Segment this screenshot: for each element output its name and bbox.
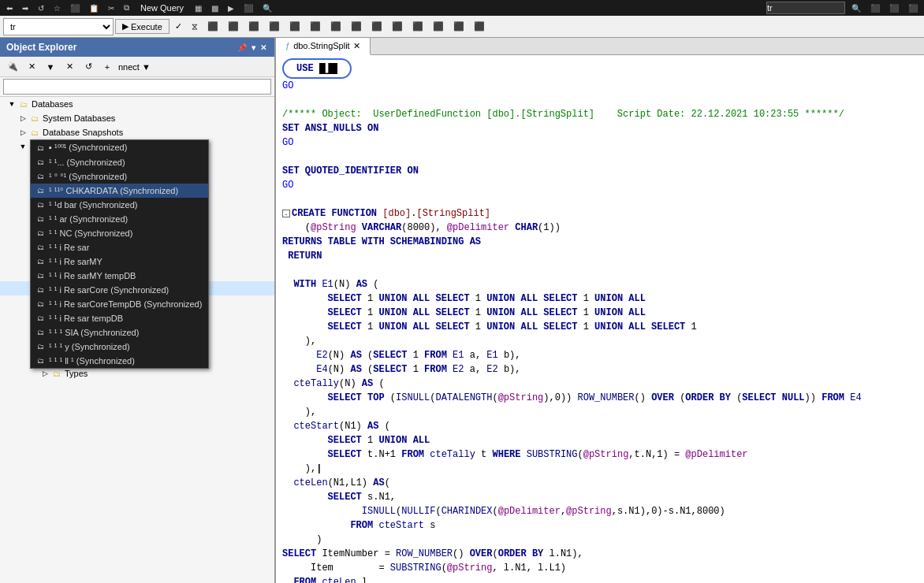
toolbar-btn-5[interactable]: ⬛ [326,18,345,35]
results-btn[interactable]: ⬛ [203,18,222,35]
toolbar-btn-6[interactable]: ⬛ [347,18,366,35]
collapse-btn[interactable]: - [282,210,290,217]
code-content[interactable]: USE ▌ GO /***** Object: UserDefinedFunct… [276,55,924,583]
popup-item-4[interactable]: 🗂 ¹ ¹d bar (Synchronized) [31,198,208,212]
system-databases-icon: 🗂 [28,112,41,124]
toolbar-btn-1[interactable]: ⬛ [244,18,263,35]
toolbar-btn-7[interactable]: ⬛ [367,18,386,35]
types-expander[interactable]: ▷ [39,368,50,379]
toolbar-icon-10[interactable]: ▩ [208,3,222,13]
toolbar-icon-3[interactable]: ↺ [35,3,47,13]
popup-db-icon-15: 🗂 [37,357,44,365]
popup-db-icon-14: 🗂 [37,343,44,351]
db-snapshots-node[interactable]: ▷ 🗂 Database Snapshots [0,125,274,139]
toolbar-btn-12[interactable]: ⬛ [470,18,489,35]
code-editor[interactable]: USE ▌ GO /***** Object: UserDefinedFunct… [276,55,924,583]
toolbar-icon-16[interactable]: ⬛ [905,3,921,13]
search-input[interactable] [766,2,845,14]
filter-button[interactable]: ▼ [43,59,58,75]
toolbar-btn-2[interactable]: ⬛ [265,18,284,35]
tree-search-input[interactable] [3,79,271,95]
toolbar-btn-9[interactable]: ⬛ [408,18,427,35]
popup-db-icon-8: 🗂 [37,258,44,266]
toolbar-icon-6[interactable]: 📋 [86,3,102,13]
system-databases-node[interactable]: ▷ 🗂 System Databases [0,111,274,125]
popup-item-12[interactable]: 🗂 ¹ ¹ i Re sar tempDB [31,311,208,325]
toolbar-btn-8[interactable]: ⬛ [388,18,407,35]
toolbar-icon-8[interactable]: ⧉ [121,2,132,13]
execute-button[interactable]: ▶ Execute [115,19,170,34]
toolbar-icon-12[interactable]: ⬛ [240,3,256,13]
popup-db-icon-6: 🗂 [37,229,44,237]
databases-node[interactable]: ▼ 🗂 Databases [0,97,274,111]
popup-item-11[interactable]: 🗂 ¹ ¹ i Re sarCoreTempDB (Synchronized) [31,297,208,311]
popup-item-8[interactable]: 🗂 ¹ ¹ i Re sarMY [31,254,208,269]
popup-item-label-2: ¹ ° °¹ (Synchronized) [49,172,127,181]
databases-label: Databases [32,99,73,109]
check-btn[interactable]: ✓ [171,18,186,35]
toolbar-icon-15[interactable]: ⬛ [886,3,902,13]
dropdown-button[interactable]: ▾ [250,43,257,52]
db-snapshots-expander[interactable]: ▷ [17,127,28,138]
tab-icon: ƒ [285,41,290,50]
tab-close-btn[interactable]: ✕ [353,41,360,51]
popup-item-label-9: ¹ ¹ i Re sarMY tempDB [49,271,136,280]
popup-item-label-8: ¹ ¹ i Re sarMY [49,257,102,266]
popup-item-label-13: ¹ ¹ ¹ SIA (Synchronized) [49,328,139,337]
new-query-button[interactable]: New Query [136,2,188,13]
tr-expander[interactable]: ▼ [17,141,28,152]
database-selector[interactable]: tr [3,18,114,35]
toolbar-icon-1[interactable]: ⬅ [3,3,16,13]
close-panel-button[interactable]: ✕ [259,43,268,52]
search-go-btn[interactable]: 🔍 [848,3,864,13]
popup-db-icon-12: 🗂 [37,314,44,322]
add-button[interactable]: + [99,59,115,75]
popup-item-13[interactable]: 🗂 ¹ ¹ ¹ SIA (Synchronized) [31,325,208,340]
toolbar-btn-11[interactable]: ⬛ [449,18,468,35]
toolbar-icon-13[interactable]: 🔍 [259,3,275,13]
disconnect-button[interactable]: ✕ [24,59,39,75]
popup-item-0[interactable]: 🗂 ▪ ¹⁰⁰¹ (Synchronized) [31,140,208,155]
refresh-button[interactable]: ↺ [80,59,96,75]
toolbar-icon-14[interactable]: ⬛ [867,3,883,13]
popup-item-14[interactable]: 🗂 ¹ ¹ ¹ y (Synchronized) [31,340,208,354]
include-btn[interactable]: ⬛ [224,18,243,35]
toolbar-icon-7[interactable]: ✂ [105,3,117,13]
object-explorer-panel: Object Explorer 📌 ▾ ✕ 🔌 ✕ ▼ ✕ ↺ + nnect … [0,38,276,583]
popup-item-1[interactable]: 🗂 ¹ ¹... (Synchronized) [31,155,208,169]
tree-container[interactable]: ▼ 🗂 Databases ▷ 🗂 System Databases ▷ 🗂 D… [0,97,274,583]
popup-db-icon-11: 🗂 [37,300,44,308]
toolbar-btn-4[interactable]: ⬛ [306,18,325,35]
toolbar-icon-5[interactable]: ⬛ [67,3,83,13]
popup-db-icon-7: 🗂 [37,243,44,251]
popup-item-3[interactable]: 🗂 ¹ ¹¹° CHKARDATA (Synchronized) [31,184,208,198]
popup-item-label-0: ▪ ¹⁰⁰¹ (Synchronized) [49,143,127,153]
databases-expander[interactable]: ▼ [6,98,17,110]
db-snapshots-label: Database Snapshots [43,128,123,137]
toolbar-icon-4[interactable]: ☆ [50,3,64,13]
clear-filter-button[interactable]: ✕ [61,59,77,75]
popup-db-icon-5: 🗂 [37,215,44,223]
toolbar-icon-11[interactable]: ▶ [225,3,237,13]
popup-item-5[interactable]: 🗂 ¹ ¹ ar (Synchronized) [31,212,208,226]
tree-search-box [0,77,274,97]
toolbar-btn-10[interactable]: ⬛ [429,18,448,35]
popup-item-label-5: ¹ ¹ ar (Synchronized) [49,214,128,224]
popup-item-label-15: ¹ ¹ ¹ ll ¹ (Synchronized) [49,356,135,366]
parse-btn[interactable]: ⧖ [188,18,202,35]
toolbar-btn-3[interactable]: ⬛ [285,18,304,35]
popup-item-6[interactable]: 🗂 ¹ ¹ NC (Synchronized) [31,226,208,240]
toolbar-icon-9[interactable]: ▦ [192,3,205,13]
tab-bar: ƒ dbo.StringSplit ✕ [276,38,924,55]
popup-item-10[interactable]: 🗂 ¹ ¹ i Re sarCore (Synchronized) [31,283,208,297]
popup-item-2[interactable]: 🗂 ¹ ° °¹ (Synchronized) [31,169,208,184]
popup-item-15[interactable]: 🗂 ¹ ¹ ¹ ll ¹ (Synchronized) [31,354,208,368]
code-tab-stringsplit[interactable]: ƒ dbo.StringSplit ✕ [276,38,371,55]
connect-button[interactable]: 🔌 [5,59,20,75]
pin-button[interactable]: 📌 [236,43,248,52]
toolbar-icon-2[interactable]: ➡ [19,3,32,13]
popup-item-7[interactable]: 🗂 ¹ ¹ i Re sar [31,240,208,254]
popup-item-label-14: ¹ ¹ ¹ y (Synchronized) [49,342,130,351]
popup-item-9[interactable]: 🗂 ¹ ¹ i Re sarMY tempDB [31,269,208,283]
system-databases-expander[interactable]: ▷ [17,113,28,124]
